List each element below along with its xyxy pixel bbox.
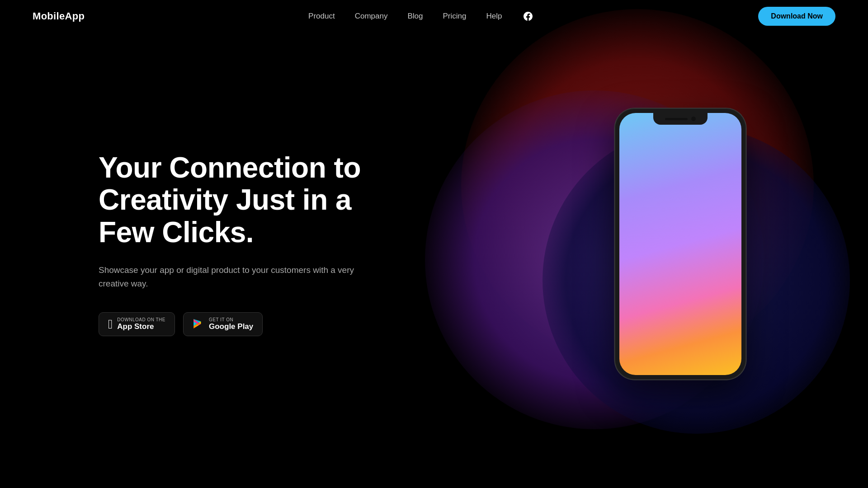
- app-store-big-label: App Store: [117, 322, 165, 331]
- phone-outer-shell: [615, 108, 746, 380]
- phone-screen: [619, 113, 741, 375]
- phone-camera: [691, 117, 696, 121]
- app-store-small-label: Download on the: [117, 317, 165, 322]
- brand-logo[interactable]: MobileApp: [33, 10, 85, 22]
- app-store-button[interactable]:  Download on the App Store: [99, 312, 175, 336]
- facebook-icon[interactable]: [522, 10, 534, 23]
- google-play-icon: [193, 317, 204, 331]
- apple-icon: : [108, 318, 113, 331]
- store-buttons:  Download on the App Store: [99, 312, 361, 336]
- nav-link-product[interactable]: Product: [308, 12, 335, 21]
- headline-line1: Your Connection to: [99, 151, 361, 184]
- headline-line3: Few Clicks.: [99, 216, 254, 249]
- phone-notch: [653, 113, 708, 125]
- nav-link-help[interactable]: Help: [486, 12, 502, 21]
- hero-content: Your Connection to Creativity Just in a …: [99, 152, 361, 337]
- navbar: MobileApp Product Company Blog Pricing H…: [0, 0, 868, 33]
- hero-headline: Your Connection to Creativity Just in a …: [99, 152, 361, 249]
- phone-speaker: [665, 118, 688, 120]
- nav-link-blog[interactable]: Blog: [407, 12, 423, 21]
- google-play-button[interactable]: GET IT ON Google Play: [183, 312, 263, 336]
- google-play-small-label: GET IT ON: [209, 317, 253, 322]
- hero-subtext: Showcase your app or digital product to …: [99, 263, 361, 291]
- nav-link-company[interactable]: Company: [355, 12, 388, 21]
- nav-links: Product Company Blog Pricing Help: [308, 10, 534, 23]
- nav-link-pricing[interactable]: Pricing: [443, 12, 466, 21]
- phone-mockup: [615, 108, 746, 380]
- download-now-button[interactable]: Download Now: [758, 7, 835, 26]
- headline-line2: Creativity Just in a: [99, 183, 351, 216]
- google-play-text: GET IT ON Google Play: [209, 317, 253, 331]
- app-store-text: Download on the App Store: [117, 317, 165, 331]
- google-play-big-label: Google Play: [209, 322, 253, 331]
- hero-section: Your Connection to Creativity Just in a …: [0, 0, 868, 488]
